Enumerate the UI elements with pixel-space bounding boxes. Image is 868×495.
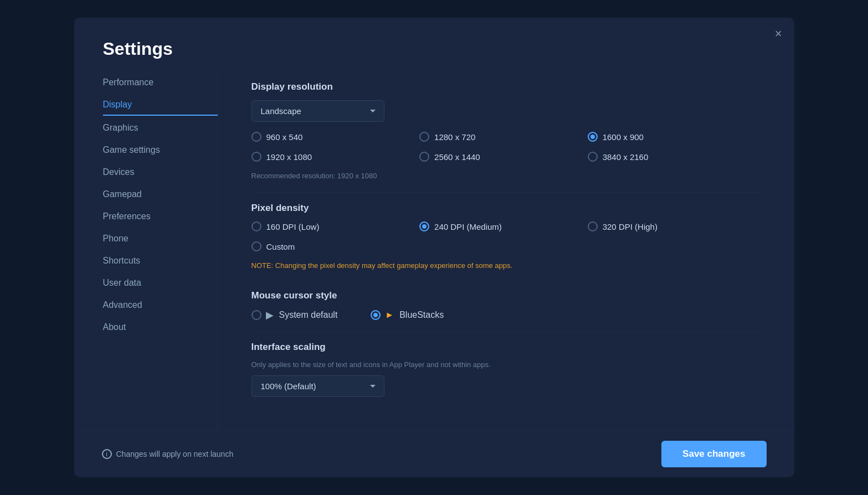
resolution-recommendation: Recommended resolution: 1920 x 1080 xyxy=(251,172,761,180)
interface-scaling-subtitle: Only applies to the size of text and ico… xyxy=(251,360,761,369)
scaling-select[interactable]: 75% 100% (Default) 125% 150% xyxy=(251,375,384,397)
cursor-bluestacks-icon: ► xyxy=(385,310,394,320)
sidebar-item-graphics[interactable]: Graphics xyxy=(103,118,218,138)
resolution-radio-1920[interactable] xyxy=(251,152,261,162)
resolution-radio-1600[interactable] xyxy=(588,132,598,142)
resolution-option-2560: 2560 x 1440 xyxy=(419,152,588,162)
resolution-label-960[interactable]: 960 x 540 xyxy=(266,132,303,142)
main-content: Display resolution Landscape Portrait 96… xyxy=(218,70,794,430)
resolution-radio-3840[interactable] xyxy=(588,152,598,162)
sidebar-item-game-settings[interactable]: Game settings xyxy=(103,140,218,160)
sidebar-item-phone[interactable]: Phone xyxy=(103,229,218,249)
dpi-radio-160[interactable] xyxy=(251,221,261,231)
scaling-dropdown-wrap: 75% 100% (Default) 125% 150% xyxy=(251,375,761,397)
dpi-radio-240[interactable] xyxy=(419,221,429,231)
resolution-radio-960[interactable] xyxy=(251,132,261,142)
sidebar-item-advanced[interactable]: Advanced xyxy=(103,295,218,315)
resolution-label-1920[interactable]: 1920 x 1080 xyxy=(266,152,312,162)
sidebar-item-shortcuts[interactable]: Shortcuts xyxy=(103,251,218,271)
modal-footer: i Changes will apply on next launch Save… xyxy=(74,430,794,477)
cursor-system-label[interactable]: System default xyxy=(279,310,338,320)
dpi-option-240: 240 DPI (Medium) xyxy=(419,221,588,231)
resolution-option-1280: 1280 x 720 xyxy=(419,132,588,142)
resolution-radio-group: 960 x 540 1280 x 720 1600 x 900 1920 x 1… xyxy=(251,132,761,166)
sidebar-item-performance[interactable]: Performance xyxy=(103,73,218,92)
cursor-default-icon: ▶ xyxy=(266,309,274,321)
dpi-option-custom: Custom xyxy=(251,241,761,251)
divider-2 xyxy=(251,280,761,280)
resolution-radio-2560[interactable] xyxy=(419,152,429,162)
sidebar-item-about[interactable]: About xyxy=(103,317,218,337)
dpi-option-160: 160 DPI (Low) xyxy=(251,221,420,231)
sidebar-item-gamepad[interactable]: Gamepad xyxy=(103,184,218,204)
resolution-label-2560[interactable]: 2560 x 1440 xyxy=(434,152,480,162)
resolution-option-1600: 1600 x 900 xyxy=(588,132,756,142)
save-changes-button[interactable]: Save changes xyxy=(661,441,766,467)
mouse-cursor-title: Mouse cursor style xyxy=(251,290,761,301)
dpi-option-320: 320 DPI (High) xyxy=(588,221,756,231)
resolution-option-3840: 3840 x 2160 xyxy=(588,152,756,162)
sidebar: Performance Display Graphics Game settin… xyxy=(74,70,218,430)
sidebar-item-devices[interactable]: Devices xyxy=(103,162,218,182)
sidebar-item-display[interactable]: Display xyxy=(103,95,218,116)
cursor-radio-bluestacks[interactable] xyxy=(371,310,381,320)
settings-modal: × Settings Performance Display Graphics … xyxy=(74,18,794,477)
resolution-orientation-select[interactable]: Landscape Portrait xyxy=(251,100,384,122)
dpi-radio-320[interactable] xyxy=(588,221,598,231)
cursor-options-row: ▶ System default ► BlueStacks xyxy=(251,309,761,321)
sidebar-item-preferences[interactable]: Preferences xyxy=(103,207,218,226)
dpi-label-160[interactable]: 160 DPI (Low) xyxy=(266,222,320,231)
dpi-label-custom[interactable]: Custom xyxy=(266,242,295,251)
resolution-label-1280[interactable]: 1280 x 720 xyxy=(434,132,475,142)
cursor-system-option: ▶ System default xyxy=(251,309,338,321)
pixel-density-radio-group: 160 DPI (Low) 240 DPI (Medium) 320 DPI (… xyxy=(251,221,761,256)
interface-scaling-title: Interface scaling xyxy=(251,342,761,353)
resolution-radio-1280[interactable] xyxy=(419,132,429,142)
dpi-note: NOTE: Changing the pixel density may aff… xyxy=(251,261,761,270)
divider-3 xyxy=(251,331,761,332)
resolution-dropdown-wrap: Landscape Portrait xyxy=(251,100,761,122)
sidebar-item-user-data[interactable]: User data xyxy=(103,273,218,293)
display-resolution-title: Display resolution xyxy=(251,81,761,92)
dpi-label-320[interactable]: 320 DPI (High) xyxy=(603,222,658,231)
resolution-label-1600[interactable]: 1600 x 900 xyxy=(603,132,644,142)
dpi-radio-custom[interactable] xyxy=(251,241,261,251)
footer-note: i Changes will apply on next launch xyxy=(102,449,234,459)
page-title: Settings xyxy=(74,18,794,59)
divider-1 xyxy=(251,192,761,193)
resolution-label-3840[interactable]: 3840 x 2160 xyxy=(603,152,649,162)
modal-body: Performance Display Graphics Game settin… xyxy=(74,70,794,430)
resolution-option-960: 960 x 540 xyxy=(251,132,420,142)
cursor-radio-system[interactable] xyxy=(251,310,261,320)
info-icon: i xyxy=(102,449,112,459)
cursor-bluestacks-label[interactable]: BlueStacks xyxy=(399,310,444,320)
dpi-label-240[interactable]: 240 DPI (Medium) xyxy=(434,222,502,231)
close-button[interactable]: × xyxy=(775,28,782,40)
resolution-option-1920: 1920 x 1080 xyxy=(251,152,420,162)
pixel-density-title: Pixel density xyxy=(251,203,761,214)
footer-note-text: Changes will apply on next launch xyxy=(116,450,234,458)
cursor-bluestacks-option: ► BlueStacks xyxy=(371,310,444,320)
